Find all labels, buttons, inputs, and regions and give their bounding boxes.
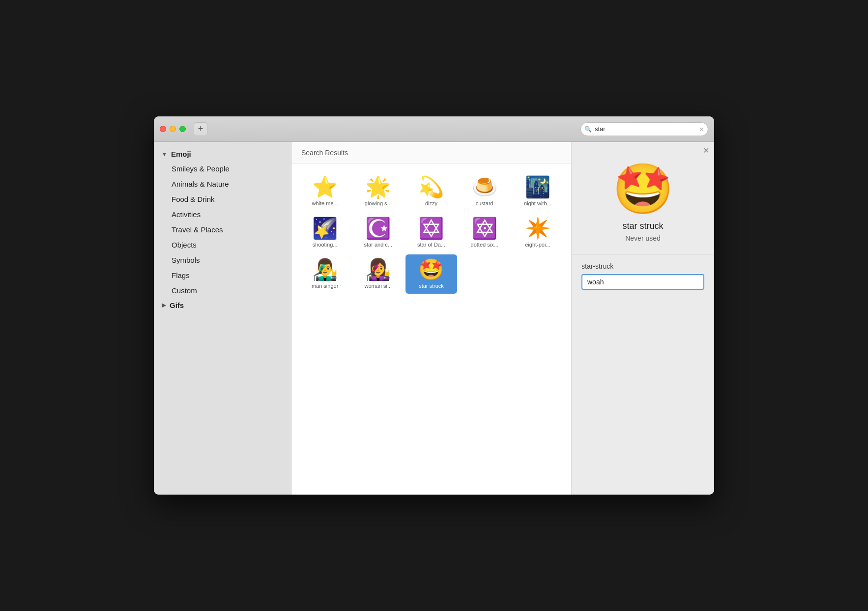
sidebar-item-activities[interactable]: Activities bbox=[154, 207, 291, 222]
emoji-glyph: 👩‍🎤 bbox=[365, 259, 391, 280]
emoji-glyph: 🔯 bbox=[472, 218, 497, 239]
preview-emoji-glyph: 🤩 bbox=[612, 161, 674, 216]
emoji-item-dotted-six-pointed-star[interactable]: 🔯dotted six... bbox=[459, 213, 510, 252]
traffic-lights bbox=[160, 126, 186, 132]
emoji-item-white-medium-star[interactable]: ⭐white me... bbox=[299, 172, 350, 211]
sidebar-item-symbols[interactable]: Symbols bbox=[154, 252, 291, 268]
food-label: Food & Drink bbox=[172, 195, 215, 203]
emoji-item-glowing-star[interactable]: 🌟glowing s... bbox=[352, 172, 404, 211]
emoji-item-label: woman si... bbox=[364, 283, 392, 289]
close-panel-button[interactable]: ✕ bbox=[703, 146, 709, 155]
sidebar-section-gifs[interactable]: ▶ Gifs bbox=[154, 298, 291, 312]
maximize-button[interactable] bbox=[179, 126, 186, 132]
emoji-glyph: 🌃 bbox=[525, 177, 550, 197]
emoji-usage: Never used bbox=[625, 234, 661, 242]
emoji-item-label: star of Da... bbox=[417, 242, 445, 248]
panel-divider bbox=[572, 254, 714, 254]
emoji-item-label: star struck bbox=[419, 283, 444, 289]
emoji-glyph: 🍮 bbox=[472, 177, 497, 197]
emoji-glyph: ⭐ bbox=[312, 177, 338, 197]
emoji-grid: ⭐white me...🌟glowing s...💫dizzy🍮custard🌃… bbox=[291, 164, 571, 302]
new-tab-button[interactable]: + bbox=[194, 122, 207, 136]
symbols-label: Symbols bbox=[172, 256, 200, 264]
search-input[interactable] bbox=[580, 122, 708, 136]
emoji-item-label: star and c... bbox=[364, 242, 392, 248]
sidebar-item-food[interactable]: Food & Drink bbox=[154, 192, 291, 207]
minimize-button[interactable] bbox=[170, 126, 176, 132]
center-header: Search Results bbox=[291, 142, 571, 164]
flags-label: Flags bbox=[172, 271, 190, 279]
gifs-section-arrow: ▶ bbox=[162, 302, 166, 308]
close-button[interactable] bbox=[160, 126, 166, 132]
center-panel: Search Results ⭐white me...🌟glowing s...… bbox=[291, 142, 572, 495]
emoji-section-label: Emoji bbox=[171, 150, 191, 158]
emoji-glyph: 🤩 bbox=[418, 259, 444, 280]
emoji-glyph: ✡️ bbox=[418, 218, 444, 239]
search-icon: 🔍 bbox=[584, 126, 592, 133]
emoji-section-arrow: ▼ bbox=[162, 151, 167, 157]
emoji-item-label: dizzy bbox=[425, 200, 437, 206]
emoji-glyph: 💫 bbox=[418, 177, 444, 197]
sidebar-item-animals[interactable]: Animals & Nature bbox=[154, 176, 291, 192]
emoji-item-custard[interactable]: 🍮custard bbox=[459, 172, 510, 211]
emoji-name-text: star struck bbox=[622, 221, 663, 231]
gifs-section-label: Gifs bbox=[170, 301, 184, 309]
emoji-glyph: ✴️ bbox=[525, 218, 550, 239]
smileys-label: Smileys & People bbox=[172, 165, 230, 173]
emoji-item-night-with-stars[interactable]: 🌃night with... bbox=[512, 172, 563, 211]
main-content: ▼ Emoji Smileys & People Animals & Natur… bbox=[154, 142, 714, 495]
emoji-item-label: shooting... bbox=[313, 242, 338, 248]
emoji-name: star struck bbox=[622, 221, 663, 231]
objects-label: Objects bbox=[172, 241, 197, 249]
emoji-preview: 🤩 bbox=[612, 164, 674, 213]
right-panel: ✕ 🤩 star struck Never used star-struck bbox=[572, 142, 714, 495]
title-bar: + 🔍 ✕ bbox=[154, 116, 714, 142]
activities-label: Activities bbox=[172, 210, 201, 219]
emoji-id-label: star-struck bbox=[572, 262, 613, 270]
search-clear-button[interactable]: ✕ bbox=[699, 125, 704, 133]
sidebar-item-smileys[interactable]: Smileys & People bbox=[154, 161, 291, 176]
emoji-picker-window: + 🔍 ✕ ▼ Emoji Smileys & People Animals &… bbox=[154, 116, 714, 495]
sidebar: ▼ Emoji Smileys & People Animals & Natur… bbox=[154, 142, 291, 495]
emoji-item-star-struck[interactable]: 🤩star struck bbox=[405, 254, 457, 294]
new-tab-label: + bbox=[198, 124, 203, 134]
sidebar-item-custom[interactable]: Custom bbox=[154, 283, 291, 298]
sidebar-item-objects[interactable]: Objects bbox=[154, 237, 291, 252]
sidebar-section-emoji[interactable]: ▼ Emoji bbox=[154, 147, 291, 161]
emoji-item-star-of-david[interactable]: ✡️star of Da... bbox=[405, 213, 457, 252]
emoji-glyph: 👨‍🎤 bbox=[312, 259, 338, 280]
emoji-id-text: star-struck bbox=[581, 262, 613, 270]
emoji-item-label: man singer bbox=[312, 283, 338, 289]
travel-label: Travel & Places bbox=[172, 225, 223, 234]
emoji-item-label: custard bbox=[476, 200, 493, 206]
emoji-item-label: night with... bbox=[524, 200, 551, 206]
emoji-item-shooting-star[interactable]: 🌠shooting... bbox=[299, 213, 350, 252]
search-bar: 🔍 ✕ bbox=[580, 122, 708, 136]
emoji-item-label: glowing s... bbox=[365, 200, 392, 206]
emoji-item-label: dotted six... bbox=[471, 242, 498, 248]
emoji-item-dizzy[interactable]: 💫dizzy bbox=[405, 172, 457, 211]
emoji-item-star-and-crescent[interactable]: ☪️star and c... bbox=[352, 213, 404, 252]
sidebar-item-travel[interactable]: Travel & Places bbox=[154, 222, 291, 237]
search-results-label: Search Results bbox=[301, 149, 348, 157]
custom-label: Custom bbox=[172, 286, 197, 295]
emoji-usage-text: Never used bbox=[625, 234, 661, 242]
emoji-glyph: ☪️ bbox=[365, 218, 391, 239]
emoji-glyph: 🌟 bbox=[365, 177, 391, 197]
emoji-item-label: eight-poi... bbox=[525, 242, 550, 248]
right-panel-top: ✕ bbox=[572, 142, 714, 159]
emoji-glyph: 🌠 bbox=[312, 218, 338, 239]
emoji-item-label: white me... bbox=[312, 200, 338, 206]
emoji-shortcode-input[interactable] bbox=[581, 274, 704, 290]
emoji-item-woman-singer[interactable]: 👩‍🎤woman si... bbox=[352, 254, 404, 294]
emoji-item-eight-pointed-star[interactable]: ✴️eight-poi... bbox=[512, 213, 563, 252]
sidebar-item-flags[interactable]: Flags bbox=[154, 268, 291, 283]
animals-label: Animals & Nature bbox=[172, 180, 229, 188]
emoji-item-man-singer[interactable]: 👨‍🎤man singer bbox=[299, 254, 350, 294]
